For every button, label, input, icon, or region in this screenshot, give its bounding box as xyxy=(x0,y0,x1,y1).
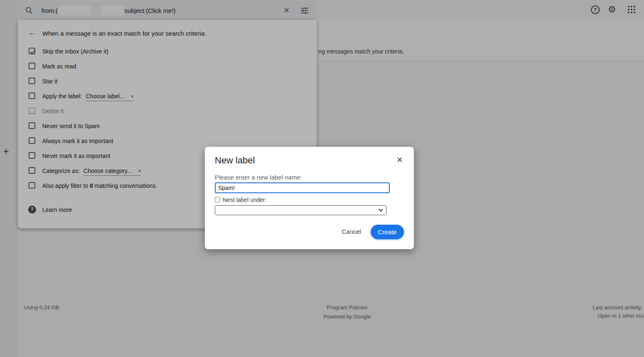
label-name-input[interactable] xyxy=(215,182,390,193)
close-icon[interactable]: ✕ xyxy=(395,155,405,165)
new-label-dialog: New label ✕ Please enter a new label nam… xyxy=(205,147,414,249)
nest-label-text: Nest label under: xyxy=(223,197,267,203)
create-button[interactable]: Create xyxy=(371,225,404,239)
nest-label-checkbox[interactable] xyxy=(215,197,220,202)
dialog-title: New label xyxy=(215,155,255,166)
cancel-button[interactable]: Cancel xyxy=(342,228,361,235)
label-name-prompt: Please enter a new label name: xyxy=(215,174,302,181)
parent-label-select[interactable] xyxy=(215,205,386,215)
